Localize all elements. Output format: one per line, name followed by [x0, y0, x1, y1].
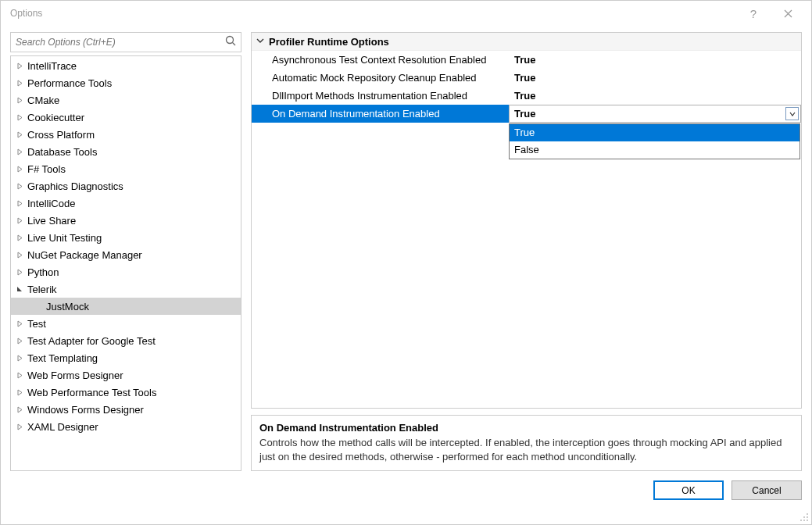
tree-item-label: Text Templating: [27, 352, 98, 364]
chevron-right-icon: [14, 148, 25, 155]
tree-item-label: Live Share: [27, 215, 76, 227]
description-title: On Demand Instrumentation Enabled: [259, 422, 793, 434]
tree-item-label: Test: [27, 318, 46, 330]
chevron-right-icon: [14, 320, 25, 327]
chevron-right-icon: [14, 114, 25, 121]
property-row[interactable]: Asynchronous Test Context Resolution Ena…: [252, 51, 801, 69]
property-value[interactable]: True: [509, 87, 801, 105]
tree-item-label: IntelliTrace: [27, 60, 77, 72]
tree-item-cookiecutter[interactable]: Cookiecutter: [11, 109, 241, 126]
chevron-right-icon: [14, 166, 25, 173]
tree-item-label: Cookiecutter: [27, 112, 84, 123]
tree-item-label: Windows Forms Designer: [27, 404, 144, 416]
tree-scrollarea[interactable]: IntelliTracePerformance ToolsCMakeCookie…: [11, 56, 241, 470]
property-name: DllImport Methods Instrumentation Enable…: [252, 87, 509, 105]
close-icon: [784, 9, 792, 18]
ok-button[interactable]: OK: [653, 480, 724, 500]
category-header[interactable]: Profiler Runtime Options: [252, 33, 801, 51]
tree-item-justmock[interactable]: JustMock: [11, 298, 241, 315]
svg-point-2: [803, 516, 805, 518]
tree-item-nuget-package-manager[interactable]: NuGet Package Manager: [11, 246, 241, 263]
property-row[interactable]: DllImport Methods Instrumentation Enable…: [252, 87, 801, 105]
chevron-right-icon: [14, 406, 25, 413]
description-text: Controls how the method calls will be in…: [259, 436, 793, 463]
svg-point-4: [800, 520, 802, 521]
tree-item-label: F# Tools: [27, 163, 66, 175]
chevron-right-icon: [14, 200, 25, 207]
property-name: Automatic Mock Repository Cleanup Enable…: [252, 69, 509, 87]
svg-point-6: [807, 520, 808, 521]
tree-item-cross-platform[interactable]: Cross Platform: [11, 126, 241, 143]
tree-item-windows-forms-designer[interactable]: Windows Forms Designer: [11, 401, 241, 418]
left-panel: IntelliTracePerformance ToolsCMakeCookie…: [10, 32, 241, 471]
tree-item-text-templating[interactable]: Text Templating: [11, 349, 241, 366]
chevron-right-icon: [14, 234, 25, 241]
property-row[interactable]: Automatic Mock Repository Cleanup Enable…: [252, 69, 801, 87]
close-button[interactable]: [771, 2, 805, 25]
category-label: Profiler Runtime Options: [269, 36, 389, 48]
property-row[interactable]: On Demand Instrumentation EnabledTrue: [252, 105, 801, 123]
tree-item-web-forms-designer[interactable]: Web Forms Designer: [11, 366, 241, 384]
chevron-right-icon: [14, 252, 25, 259]
svg-point-0: [227, 37, 234, 44]
property-name: Asynchronous Test Context Resolution Ena…: [252, 51, 509, 69]
svg-point-1: [807, 513, 808, 515]
chevron-down-icon: [256, 37, 269, 46]
dropdown-option[interactable]: True: [510, 124, 799, 141]
chevron-down-icon: [14, 286, 25, 293]
tree-item-performance-tools[interactable]: Performance Tools: [11, 74, 241, 91]
tree-item-label: Database Tools: [27, 146, 97, 158]
tree-item-label: Graphics Diagnostics: [27, 180, 123, 192]
tree-item-label: Python: [27, 266, 59, 278]
window-title: Options: [7, 8, 736, 19]
tree-item-f-tools[interactable]: F# Tools: [11, 160, 241, 177]
chevron-right-icon: [14, 62, 25, 70]
dropdown-option[interactable]: False: [510, 141, 799, 159]
tree-item-web-performance-test-tools[interactable]: Web Performance Test Tools: [11, 384, 241, 401]
tree-item-label: Cross Platform: [27, 129, 95, 141]
tree-item-intellitrace[interactable]: IntelliTrace: [11, 57, 241, 74]
tree-item-label: CMake: [27, 95, 59, 106]
resize-grip[interactable]: [799, 512, 810, 523]
tree-item-live-share[interactable]: Live Share: [11, 212, 241, 229]
property-value[interactable]: True: [509, 105, 801, 123]
button-bar: OK Cancel: [1, 471, 811, 509]
search-box: [10, 32, 241, 52]
dropdown-button[interactable]: [785, 107, 799, 120]
tree-item-intellicode[interactable]: IntelliCode: [11, 195, 241, 212]
chevron-right-icon: [14, 97, 25, 104]
tree-item-graphics-diagnostics[interactable]: Graphics Diagnostics: [11, 177, 241, 195]
property-value[interactable]: True: [509, 69, 801, 87]
tree-item-python[interactable]: Python: [11, 263, 241, 280]
tree-item-label: Web Forms Designer: [27, 370, 123, 381]
svg-point-3: [807, 516, 808, 518]
chevron-right-icon: [14, 423, 25, 430]
tree-item-label: Test Adapter for Google Test: [27, 335, 156, 347]
tree-item-label: Live Unit Testing: [27, 232, 102, 244]
svg-point-5: [803, 520, 805, 521]
chevron-right-icon: [14, 389, 25, 396]
tree-item-test-adapter-for-google-test[interactable]: Test Adapter for Google Test: [11, 332, 241, 349]
tree-item-label: IntelliCode: [27, 198, 75, 209]
tree-item-cmake[interactable]: CMake: [11, 91, 241, 109]
search-icon[interactable]: [225, 35, 237, 49]
tree-item-telerik[interactable]: Telerik: [11, 280, 241, 298]
tree-item-label: NuGet Package Manager: [27, 249, 142, 261]
tree-item-xaml-designer[interactable]: XAML Designer: [11, 418, 241, 435]
options-tree: IntelliTracePerformance ToolsCMakeCookie…: [10, 55, 241, 471]
chevron-right-icon: [14, 183, 25, 190]
property-grid: Profiler Runtime Options Asynchronous Te…: [251, 32, 802, 409]
property-value[interactable]: True: [509, 51, 801, 69]
description-panel: On Demand Instrumentation Enabled Contro…: [251, 415, 802, 471]
search-input[interactable]: [10, 32, 241, 52]
cancel-button[interactable]: Cancel: [732, 480, 802, 500]
tree-item-label: Performance Tools: [27, 77, 112, 89]
tree-item-label: Telerik: [27, 284, 57, 295]
tree-item-live-unit-testing[interactable]: Live Unit Testing: [11, 229, 241, 246]
tree-item-label: JustMock: [46, 301, 89, 312]
help-button[interactable]: ?: [736, 2, 771, 25]
tree-item-test[interactable]: Test: [11, 315, 241, 332]
tree-item-database-tools[interactable]: Database Tools: [11, 143, 241, 160]
tree-item-label: Web Performance Test Tools: [27, 387, 156, 398]
right-panel: Profiler Runtime Options Asynchronous Te…: [251, 32, 802, 471]
